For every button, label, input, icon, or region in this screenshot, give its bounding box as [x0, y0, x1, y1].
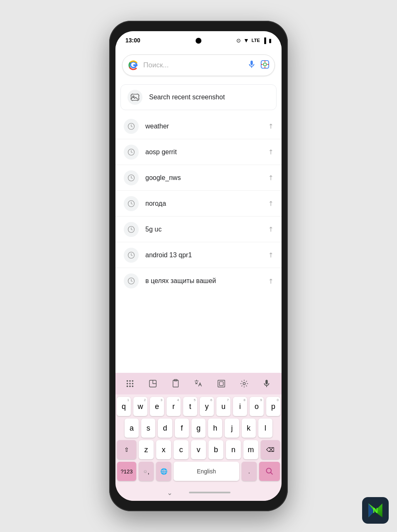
key-p[interactable]: 0p: [266, 397, 280, 416]
mic-icon[interactable]: [247, 60, 256, 71]
key-y[interactable]: 6y: [200, 397, 214, 416]
svg-point-1: [263, 63, 266, 66]
key-q[interactable]: 1q: [117, 397, 131, 416]
svg-point-14: [127, 383, 128, 384]
keyboard-rows: 1q 2w 3e 4r 5t 6y 7u 8i 9o 0p a s: [115, 394, 282, 486]
toolbar-frame-icon[interactable]: [214, 376, 229, 391]
wifi-icon: ▼: [243, 37, 249, 44]
toolbar-translate-icon[interactable]: [191, 376, 206, 391]
svg-rect-23: [218, 380, 225, 387]
key-b[interactable]: b: [208, 440, 223, 459]
suggestion-5g-uc[interactable]: 5g uc ↗: [115, 217, 282, 242]
svg-point-12: [130, 380, 131, 382]
svg-point-25: [243, 382, 245, 385]
suggestion-weather[interactable]: weather ↗: [115, 113, 282, 139]
suggestion-android-text: android 13 qpr1: [145, 251, 268, 259]
suggestion-aosp-gerrit[interactable]: aosp gerrit ↗: [115, 139, 282, 165]
key-n[interactable]: n: [226, 440, 241, 459]
status-bar: 13:00 ⊙ ▼ LTE ▐ ▮: [115, 31, 282, 49]
key-h[interactable]: h: [208, 419, 222, 438]
google-logo: [127, 59, 139, 71]
key-numbers[interactable]: ?123: [117, 462, 136, 481]
key-shift[interactable]: ⇧: [117, 440, 136, 459]
key-c[interactable]: c: [174, 440, 189, 459]
toolbar-grid-icon[interactable]: [123, 376, 137, 391]
keyboard-toolbar: [115, 373, 282, 394]
key-x[interactable]: x: [156, 440, 171, 459]
search-area[interactable]: Поиск...: [115, 49, 282, 81]
phone-screen: 13:00 ⊙ ▼ LTE ▐ ▮: [115, 31, 282, 501]
key-row-bottom: ?123 ☺ , 🌐 English .: [117, 462, 280, 481]
screen-record-icon: ⊙: [236, 37, 241, 44]
svg-point-13: [132, 380, 134, 382]
key-v[interactable]: v: [191, 440, 206, 459]
key-period[interactable]: .: [242, 462, 257, 481]
suggestion-aosp-text: aosp gerrit: [145, 148, 268, 156]
toolbar-settings-icon[interactable]: [237, 376, 252, 391]
toolbar-mic-icon[interactable]: [259, 376, 274, 391]
key-o[interactable]: 9o: [250, 397, 264, 416]
search-placeholder[interactable]: Поиск...: [143, 61, 247, 69]
suggestion-screenshot[interactable]: Search recent screenshot: [120, 84, 277, 110]
suggestion-google-nws[interactable]: google_nws ↗: [115, 165, 282, 191]
battery-icon: ▮: [269, 37, 272, 44]
svg-line-27: [271, 473, 273, 475]
suggestion-protect-text: в целях защиты вашей: [145, 277, 268, 285]
history-icon-pogoda: [124, 196, 139, 211]
suggestion-5g-text: 5g uc: [145, 226, 268, 233]
history-icon-android: [124, 248, 139, 263]
key-comma[interactable]: ☺ ,: [139, 462, 154, 481]
svg-point-16: [132, 383, 134, 384]
neovim-icon: N: [362, 497, 389, 524]
home-indicator: [189, 492, 230, 493]
suggestion-weather-text: weather: [145, 123, 268, 130]
key-u[interactable]: 7u: [216, 397, 230, 416]
key-search[interactable]: [259, 462, 280, 481]
key-j[interactable]: j: [225, 419, 239, 438]
lens-icon[interactable]: [260, 60, 270, 71]
history-icon-aosp: [124, 145, 139, 160]
key-t[interactable]: 5t: [183, 397, 197, 416]
bottom-system-bar: ⌄: [115, 486, 282, 501]
key-i[interactable]: 8i: [233, 397, 247, 416]
key-globe[interactable]: 🌐: [156, 462, 171, 481]
lte-icon: LTE: [252, 38, 260, 43]
key-r[interactable]: 4r: [167, 397, 181, 416]
svg-point-19: [132, 386, 134, 387]
svg-point-26: [267, 468, 272, 473]
key-a[interactable]: a: [125, 419, 139, 438]
suggestions-list: Search recent screenshot weather ↗: [115, 81, 282, 373]
key-e[interactable]: 3e: [150, 397, 164, 416]
toolbar-sticker-icon[interactable]: [145, 376, 160, 391]
suggestion-nws-text: google_nws: [145, 174, 268, 182]
screenshot-icon: [127, 90, 142, 105]
suggestion-android13[interactable]: android 13 qpr1 ↗: [115, 242, 282, 268]
key-w[interactable]: 2w: [133, 397, 147, 416]
key-row-3: ⇧ z x c v b n m ⌫: [117, 440, 280, 459]
history-icon-weather: [124, 119, 139, 134]
history-icon-protect: [124, 273, 139, 288]
key-s[interactable]: s: [141, 419, 155, 438]
suggestion-pogoda[interactable]: погода ↗: [115, 191, 282, 217]
suggestion-v-tselyakh[interactable]: в целях защиты вашей ↗: [115, 268, 282, 294]
signal-icon: ▐: [262, 37, 266, 44]
key-space[interactable]: English: [174, 462, 239, 481]
svg-point-15: [130, 383, 131, 384]
key-m[interactable]: m: [243, 440, 258, 459]
toolbar-clipboard-icon[interactable]: [168, 376, 183, 391]
phone-frame: 13:00 ⊙ ▼ LTE ▐ ▮: [109, 21, 288, 511]
keyboard: 1q 2w 3e 4r 5t 6y 7u 8i 9o 0p a s: [115, 373, 282, 501]
search-bar[interactable]: Поиск...: [122, 54, 275, 76]
key-row-2: a s d f g h j k l: [117, 419, 280, 438]
key-l[interactable]: l: [258, 419, 272, 438]
keyboard-dismiss-icon[interactable]: ⌄: [167, 489, 172, 497]
svg-text:N: N: [373, 506, 378, 515]
key-z[interactable]: z: [139, 440, 154, 459]
key-f[interactable]: f: [175, 419, 189, 438]
key-k[interactable]: k: [242, 419, 256, 438]
key-d[interactable]: d: [158, 419, 172, 438]
key-row-1: 1q 2w 3e 4r 5t 6y 7u 8i 9o 0p: [117, 397, 280, 416]
key-g[interactable]: g: [191, 419, 206, 438]
camera-hole: [196, 38, 201, 44]
key-backspace[interactable]: ⌫: [261, 440, 280, 459]
